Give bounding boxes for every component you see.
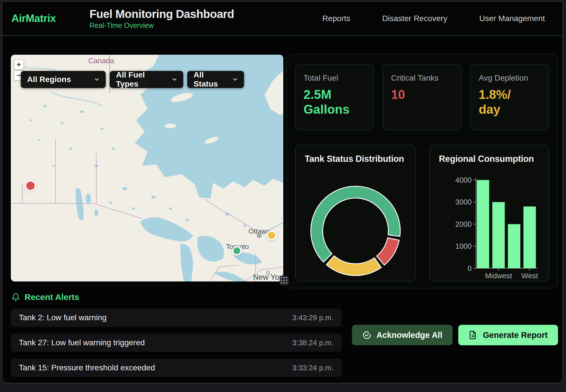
map-filter-bar: All RegionsAll Fuel TypesAll Status [21,71,244,88]
filter-dropdown-all-regions[interactable]: All Regions [21,71,106,88]
bar-region-4 [524,207,536,268]
city-label-new-york: New York [253,273,283,282]
brand-logo: AirMatrix [11,13,56,24]
alert-time: 3:38:24 p.m. [292,338,333,347]
y-tick-label: 0 [468,264,472,272]
stat-value: 10 [391,87,453,102]
alert-time: 3:43:29 p.m. [292,313,333,322]
map-resize-handle[interactable] [280,276,289,285]
alert-text: Tank 15: Pressure threshold exceeded [19,363,155,372]
stat-card-critical-tanks: Critical Tanks10 [383,64,461,130]
stat-card-avg-depletion: Avg Depletion1.8%/day [471,64,549,130]
nav-item-reports[interactable]: Reports [322,14,350,23]
donut-segment-warning [326,256,381,276]
city-marker-icon [256,233,262,239]
y-tick-label: 3000 [455,198,472,206]
y-tick-label: 2000 [455,220,472,228]
map-zoom-in-button[interactable]: + [14,60,24,70]
chart-card-tank-status: Tank Status Distribution [295,145,416,281]
alert-row[interactable]: Tank 15: Pressure threshold exceeded3:33… [11,359,341,377]
acknowledge-all-label: Acknowledge All [376,330,442,340]
title-block: Fuel Monitoring Dashboard Real-Time Over… [89,8,234,30]
alert-row[interactable]: Tank 27: Low fuel warning triggered3:38:… [11,334,341,352]
alerts-header: Recent Alerts [11,292,79,302]
screen: AirMatrix Fuel Monitoring Dashboard Real… [0,0,566,392]
stat-card-total-fuel: Total Fuel2.5MGallons [295,64,374,130]
stat-label: Critical Tanks [391,74,453,83]
page-subtitle: Real-Time Overview [89,21,234,30]
main-nav: ReportsDisaster RecoveryUser Management [322,14,563,23]
overview-panel: Total Fuel2.5MGallonsCritical Tanks10Avg… [286,54,558,288]
map-marker-warning[interactable] [266,230,277,240]
filter-dropdown-all-status[interactable]: All Status [187,71,244,88]
nav-item-disaster-recovery[interactable]: Disaster Recovery [382,14,447,23]
y-tick-label: 1000 [455,242,472,250]
chart-card-regional-consumption: Regional Consumption 01000200030004000Mi… [429,145,549,281]
chevron-down-icon [232,76,238,83]
file-text-icon [469,330,478,340]
bar-region-3 [508,224,520,268]
app-window: AirMatrix Fuel Monitoring Dashboard Real… [2,1,563,383]
generate-report-button[interactable]: Generate Report [458,325,558,345]
generate-report-label: Generate Report [483,330,547,340]
filter-dropdown-all-fuel-types[interactable]: All Fuel Types [110,71,183,88]
donut-segment-critical [377,238,399,265]
bell-icon [11,293,20,301]
x-tick-label: Midwest [485,272,512,280]
bar-region-2 [492,202,505,268]
charts-row: Tank Status Distribution Regional Consum… [295,145,549,281]
check-circle-icon [362,330,371,340]
alert-text: Tank 27: Low fuel warning triggered [19,338,145,347]
filter-label: All Fuel Types [116,70,166,89]
map-panel[interactable]: CanadaOttawaTorontoNew York − + All Regi… [11,55,283,281]
country-label: Canada [88,56,114,65]
stat-value: 1.8%/day [479,87,541,117]
header: AirMatrix Fuel Monitoring Dashboard Real… [2,2,563,36]
x-tick-label: West [521,272,538,280]
bar-chart: 01000200030004000MidwestWest [430,145,549,281]
stat-value: 2.5MGallons [304,87,365,117]
alert-text: Tank 2: Low fuel warning [19,313,107,322]
chevron-down-icon [94,76,100,83]
alert-row[interactable]: Tank 2: Low fuel warning3:43:29 p.m. [11,309,341,327]
donut-chart [296,145,416,281]
nav-item-user-management[interactable]: User Management [479,14,545,23]
stat-label: Avg Depletion [479,74,541,83]
stats-row: Total Fuel2.5MGallonsCritical Tanks10Avg… [295,64,549,130]
alert-time: 3:33:24 p.m. [292,364,333,372]
page-title: Fuel Monitoring Dashboard [89,8,234,21]
acknowledge-all-button[interactable]: Acknowledge All [352,325,453,345]
alerts-title: Recent Alerts [25,292,79,302]
y-tick-label: 4000 [455,176,472,184]
filter-label: All Status [194,70,226,89]
map-marker-normal[interactable] [232,246,242,256]
stat-label: Total Fuel [304,74,365,83]
map-marker-critical[interactable] [25,180,36,191]
filter-label: All Regions [27,75,71,84]
bar-region-1 [477,180,489,268]
chevron-down-icon [171,76,178,83]
